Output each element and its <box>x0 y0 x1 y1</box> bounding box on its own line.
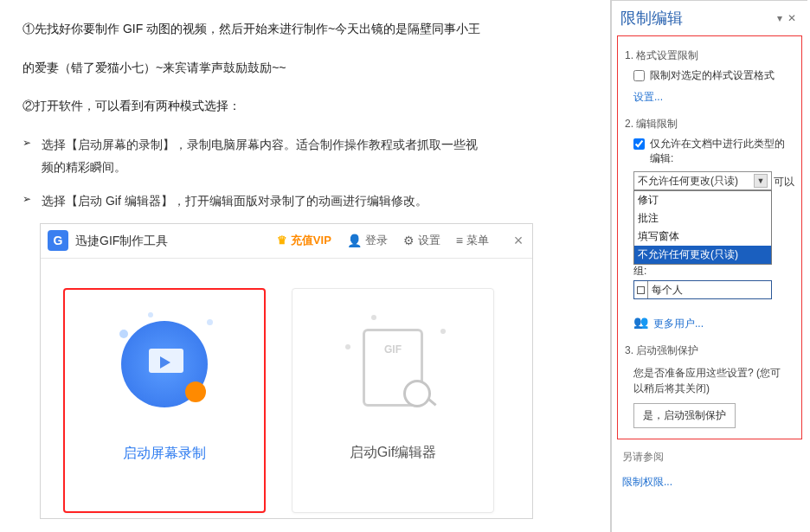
see-also-section: 另请参阅 限制权限... <box>612 445 807 495</box>
panel-pin-icon[interactable]: ▾ <box>775 12 785 24</box>
card-label: 启动屏幕录制 <box>123 440 206 466</box>
menu-icon: ≡ <box>456 229 463 253</box>
gif-app-window: G 迅捷GIF制作工具 ♛ 充值VIP 👤 登录 ⚙ 设置 ≡ 菜单 × <box>40 223 533 519</box>
side-note-extra: 可以 <box>774 175 794 189</box>
checkbox-input[interactable] <box>633 138 645 150</box>
settings-button[interactable]: ⚙ 设置 <box>403 229 440 253</box>
apply-question: 您是否准备应用这些设置? (您可以稍后将其关闭) <box>633 365 786 396</box>
select-value: 不允许任何更改(只读) <box>638 174 738 189</box>
checkbox-label: 仅允许在文档中进行此类型的编辑: <box>650 137 794 166</box>
panel-header: 限制编辑 ▾ ✕ <box>612 1 807 35</box>
bullet-icon: ➢ <box>22 133 42 179</box>
gear-icon: ⚙ <box>403 229 415 253</box>
start-enforcing-button[interactable]: 是，启动强制保护 <box>633 403 736 428</box>
see-also-heading: 另请参阅 <box>622 450 797 465</box>
checkbox-icon <box>637 286 645 294</box>
card-screen-record[interactable]: 启动屏幕录制 <box>63 288 266 513</box>
bullet-icon: ➢ <box>22 189 42 213</box>
card-gif-editor[interactable]: 启动Gif编辑器 <box>292 288 494 513</box>
doc-paragraph: ①先找好你要制作 GIF 动图的视频，然后开始来进行制作~今天出镜的是隔壁同事小… <box>22 17 588 41</box>
app-logo-icon: G <box>48 230 68 251</box>
users-icon: 👥 <box>633 315 648 329</box>
section-2-title: 2. 编辑限制 <box>625 117 794 131</box>
section-3-title: 3. 启动强制保护 <box>625 343 794 358</box>
dropdown-option[interactable]: 修订 <box>634 191 771 209</box>
editing-type-dropdown: 修订 批注 填写窗体 不允许任何更改(只读) <box>633 190 772 265</box>
doc-paragraph: 的爱妻（错了爱猫小七）~来宾请掌声鼓励鼓励~~ <box>22 56 588 80</box>
settings-link[interactable]: 设置... <box>633 90 663 105</box>
panel-title: 限制编辑 <box>620 8 775 29</box>
user-icon: 👤 <box>347 229 362 253</box>
restrict-permission-link[interactable]: 限制权限... <box>622 475 672 490</box>
login-button[interactable]: 👤 登录 <box>347 229 388 253</box>
chevron-down-icon: ▼ <box>754 174 768 188</box>
dropdown-option[interactable]: 批注 <box>634 209 771 228</box>
more-users-link[interactable]: 更多用户... <box>653 317 704 331</box>
restrict-editing-panel: 限制编辑 ▾ ✕ 1. 格式设置限制 限制对选定的样式设置格式 设置... 2.… <box>611 0 807 532</box>
group-everyone-checkbox[interactable]: 每个人 <box>633 280 772 299</box>
card-label: 启动Gif编辑器 <box>350 439 436 465</box>
allow-editing-checkbox[interactable]: 仅允许在文档中进行此类型的编辑: <box>633 137 794 166</box>
group-label: 组: <box>633 264 794 279</box>
editing-type-select[interactable]: 不允许任何更改(只读) ▼ <box>633 171 772 190</box>
app-body: 启动屏幕录制 启动Gif编辑器 <box>41 259 532 518</box>
doc-bullet: ➢ 选择【启动屏幕的录制】，录制电脑屏幕内容。适合制作操作教程或者抓取一些视 频… <box>22 133 588 179</box>
vip-button[interactable]: ♛ 充值VIP <box>277 230 331 252</box>
menu-button[interactable]: ≡ 菜单 <box>456 229 489 253</box>
close-button[interactable]: × <box>505 226 532 255</box>
gif-editor-icon <box>345 320 440 415</box>
screen-record-icon <box>117 321 212 416</box>
doc-bullet: ➢ 选择【启动 Gif 编辑器】，打开编辑面版对录制了的动画进行编辑修改。 <box>22 189 588 213</box>
checkbox-label: 限制对选定的样式设置格式 <box>650 68 775 83</box>
bullet-text: 选择【启动 Gif 编辑器】，打开编辑面版对录制了的动画进行编辑修改。 <box>42 189 588 213</box>
panel-content: 1. 格式设置限制 限制对选定的样式设置格式 设置... 2. 编辑限制 仅允许… <box>617 35 802 439</box>
app-titlebar: G 迅捷GIF制作工具 ♛ 充值VIP 👤 登录 ⚙ 设置 ≡ 菜单 × <box>41 224 532 259</box>
dropdown-option[interactable]: 填写窗体 <box>634 228 771 246</box>
section-1-title: 1. 格式设置限制 <box>625 48 794 63</box>
crown-icon: ♛ <box>277 230 287 252</box>
group-value: 每个人 <box>648 283 683 298</box>
panel-close-icon[interactable]: ✕ <box>785 12 799 24</box>
document-body: ①先找好你要制作 GIF 动图的视频，然后开始来进行制作~今天出镜的是隔壁同事小… <box>0 0 611 532</box>
dropdown-option[interactable]: 不允许任何更改(只读) <box>634 246 771 264</box>
checkbox-input[interactable] <box>633 70 645 81</box>
doc-paragraph: ②打开软件，可以看到有两种模式选择： <box>22 94 588 118</box>
app-title: 迅捷GIF制作工具 <box>75 229 168 253</box>
bullet-text: 选择【启动屏幕的录制】，录制电脑屏幕内容。适合制作操作教程或者抓取一些视 频的精… <box>42 133 588 179</box>
restrict-formatting-checkbox[interactable]: 限制对选定的样式设置格式 <box>633 68 794 83</box>
